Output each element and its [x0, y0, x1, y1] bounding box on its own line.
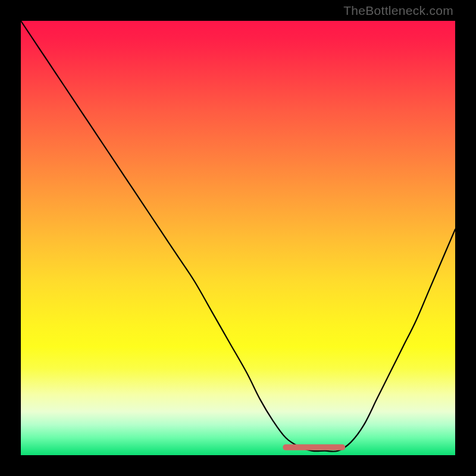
curve-layer [21, 21, 455, 455]
chart-frame: TheBottleneck.com [0, 0, 476, 476]
bottleneck-curve [21, 21, 455, 452]
plot-area [21, 21, 455, 455]
watermark-text: TheBottleneck.com [343, 4, 453, 18]
